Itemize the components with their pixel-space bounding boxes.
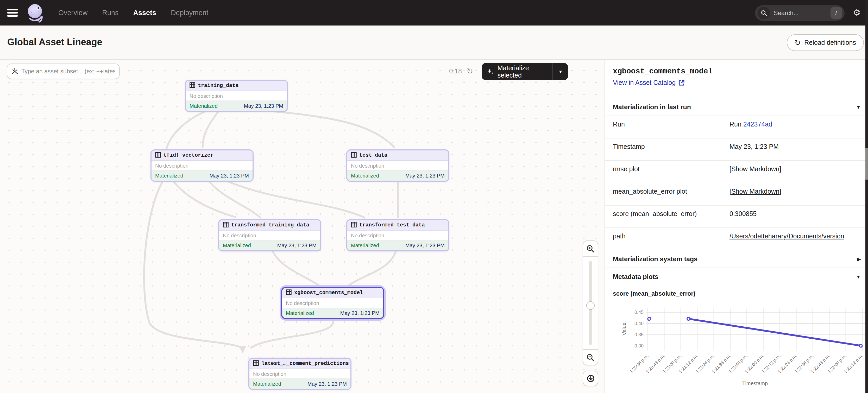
asset-title: xgboost_comments_model bbox=[613, 67, 868, 75]
zoom-out-button[interactable] bbox=[583, 349, 598, 365]
metadata-value: May 23, 1:23 PM bbox=[723, 138, 868, 160]
run-id-link[interactable]: 242374ad bbox=[743, 121, 772, 128]
metadata-row-rmse-plot: rmse plot[Show Markdown] bbox=[605, 160, 868, 183]
asset-node-status: Materialized bbox=[286, 310, 314, 316]
reload-label: Reload definitions bbox=[804, 39, 856, 46]
asset-node-timestamp: May 23, 1:23 PM bbox=[405, 173, 445, 178]
section-metadata-plots[interactable]: Metadata plots ▼ bbox=[605, 267, 868, 285]
svg-text:0.30: 0.30 bbox=[634, 343, 644, 349]
table-icon bbox=[253, 360, 259, 367]
global-search[interactable]: / bbox=[755, 5, 844, 21]
materialize-dropdown-caret[interactable]: ▾ bbox=[553, 63, 568, 80]
metadata-value: /Users/odetteharary/Documents/version bbox=[723, 228, 868, 250]
caret-down-icon: ▼ bbox=[856, 104, 861, 109]
zoom-to-fit-button[interactable] bbox=[583, 371, 598, 386]
asset-node-training_data[interactable]: training_dataNo descriptionMaterializedM… bbox=[185, 79, 288, 112]
dagster-logo-icon[interactable] bbox=[26, 3, 45, 23]
metadata-row-mean-absolute-error-plot: mean_absolute_error plot[Show Markdown] bbox=[605, 183, 868, 205]
svg-text:Value: Value bbox=[621, 323, 627, 335]
asset-node-timestamp: May 23, 1:23 PM bbox=[340, 310, 380, 316]
section-materialization-last-run[interactable]: Materialization in last run ▼ bbox=[605, 98, 868, 116]
asset-node-description: No description bbox=[347, 231, 448, 240]
asset-node-status: Materialized bbox=[253, 381, 281, 387]
page-title: Global Asset Lineage bbox=[7, 37, 102, 48]
asset-filter[interactable] bbox=[7, 64, 120, 79]
asset-node-description: No description bbox=[186, 91, 287, 101]
asset-node-description: No description bbox=[347, 161, 448, 171]
caret-right-icon: ▶ bbox=[857, 256, 861, 262]
section-system-tags[interactable]: Materialization system tags ▶ bbox=[605, 250, 868, 267]
materialization-table: RunRun 242374adTimestampMay 23, 1:23 PMr… bbox=[605, 116, 868, 250]
asset-details-panel: xgboost_comments_model View in Asset Cat… bbox=[604, 60, 868, 393]
svg-text:Timestamp: Timestamp bbox=[742, 381, 768, 386]
zoom-in-button[interactable] bbox=[583, 241, 598, 257]
metadata-row-path: path/Users/odetteharary/Documents/versio… bbox=[605, 227, 868, 250]
metadata-key: Timestamp bbox=[605, 138, 723, 160]
asset-node-transformed_training_data[interactable]: transformed_training_dataNo descriptionM… bbox=[218, 219, 321, 252]
refresh-icon[interactable]: ↻ bbox=[467, 67, 473, 76]
asset-node-transformed_test_data[interactable]: transformed_test_dataNo descriptionMater… bbox=[346, 219, 450, 252]
asset-node-timestamp: May 23, 1:23 PM bbox=[210, 173, 249, 178]
asset-node-timestamp: May 23, 1:23 PM bbox=[244, 103, 283, 109]
sparkles-icon bbox=[487, 68, 494, 75]
metadata-key: score (mean_absolute_error) bbox=[605, 206, 723, 227]
zoom-controls bbox=[583, 240, 598, 365]
asset-node-status: Materialized bbox=[223, 242, 251, 248]
asset-subset-input[interactable] bbox=[21, 68, 115, 74]
zoom-slider-handle[interactable] bbox=[586, 301, 595, 310]
asset-node-name: transformed_test_data bbox=[359, 222, 425, 228]
metadata-link[interactable]: [Show Markdown] bbox=[730, 188, 781, 195]
table-icon bbox=[223, 222, 228, 229]
asset-node-description: No description bbox=[219, 231, 320, 240]
materialize-label: Materialize selected bbox=[498, 64, 553, 79]
metadata-plot-title: score (mean_absolute_error) bbox=[605, 285, 868, 299]
asset-node-status: Materialized bbox=[155, 173, 183, 178]
asset-node-name: tfidf_vectorizer bbox=[163, 153, 214, 158]
window-edge bbox=[865, 0, 868, 393]
metadata-key: path bbox=[605, 228, 723, 250]
asset-node-status: Materialized bbox=[351, 173, 379, 178]
asset-node-test_data[interactable]: test_dataNo descriptionMaterializedMay 2… bbox=[346, 150, 450, 182]
nav-tabs: OverviewRunsAssetsDeployment bbox=[58, 9, 208, 17]
reload-definitions-button[interactable]: ↻ Reload definitions bbox=[787, 34, 864, 51]
asset-node-name: test_data bbox=[359, 153, 388, 158]
asset-node-description: No description bbox=[152, 161, 252, 171]
search-shortcut-badge: / bbox=[831, 7, 842, 19]
top-nav: OverviewRunsAssetsDeployment / ⚙ bbox=[0, 0, 868, 26]
metadata-row-run: RunRun 242374ad bbox=[605, 116, 868, 138]
edge-arrowhead bbox=[239, 346, 246, 354]
nav-tab-deployment[interactable]: Deployment bbox=[171, 9, 208, 17]
nav-tab-overview[interactable]: Overview bbox=[58, 9, 88, 17]
nav-tab-runs[interactable]: Runs bbox=[102, 9, 119, 17]
asset-node-status: Materialized bbox=[351, 242, 379, 248]
metadata-value: 0.300855 bbox=[723, 206, 868, 227]
gear-icon[interactable]: ⚙ bbox=[853, 8, 861, 17]
svg-text:0.45: 0.45 bbox=[634, 310, 644, 315]
table-icon bbox=[189, 82, 195, 89]
table-icon bbox=[351, 152, 357, 159]
materialize-selected-button[interactable]: Materialize selected ▾ bbox=[482, 63, 568, 80]
panel-scrollbar-thumb[interactable] bbox=[865, 149, 868, 179]
nav-tab-assets[interactable]: Assets bbox=[133, 9, 156, 17]
metadata-value: [Show Markdown] bbox=[723, 183, 868, 205]
metadata-link[interactable]: /Users/odetteharary/Documents/version bbox=[730, 233, 844, 240]
reload-icon: ↻ bbox=[795, 39, 801, 46]
metadata-link[interactable]: [Show Markdown] bbox=[730, 166, 781, 173]
external-link-icon bbox=[678, 79, 684, 86]
op-selector-icon bbox=[11, 68, 18, 75]
view-in-asset-catalog-link[interactable]: View in Asset Catalog bbox=[613, 79, 868, 87]
search-icon bbox=[757, 6, 770, 19]
asset-node-xgboost_comments_model[interactable]: xgboost_comments_modelNo descriptionMate… bbox=[281, 287, 384, 319]
asset-node-timestamp: May 23, 1:23 PM bbox=[405, 242, 445, 248]
menu-icon[interactable] bbox=[7, 9, 18, 17]
asset-node-description: No description bbox=[282, 298, 383, 308]
metadata-value: Run 242374ad bbox=[723, 116, 868, 138]
asset-node-name: training_data bbox=[198, 83, 239, 89]
metadata-plot-chart: 0.450.400.350.301:20:36 p.m.1:20:48 p.m.… bbox=[605, 299, 868, 392]
asset-node-tfidf_vectorizer[interactable]: tfidf_vectorizerNo descriptionMaterializ… bbox=[151, 150, 254, 182]
search-input[interactable] bbox=[774, 9, 827, 17]
metadata-key: mean_absolute_error plot bbox=[605, 183, 723, 205]
asset-node-description: No description bbox=[249, 369, 350, 379]
asset-node-latest_comment_predictions[interactable]: latest_…_comment_predictionsNo descripti… bbox=[248, 358, 351, 390]
metadata-key: rmse plot bbox=[605, 161, 723, 183]
